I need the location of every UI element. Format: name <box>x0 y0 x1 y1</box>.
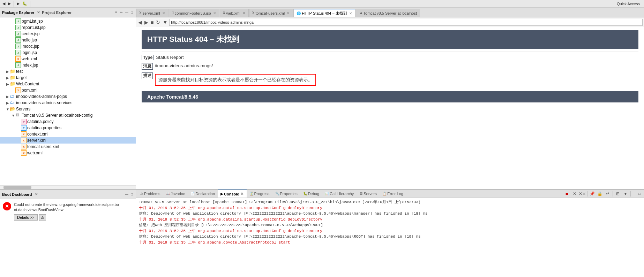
tab-tomcat-users[interactable]: X tomcat-users.xml ✕ <box>249 9 293 17</box>
tree-label: context.xml <box>27 132 48 137</box>
tab-servers[interactable]: 🖥 Servers <box>357 190 380 198</box>
tree-item-servers[interactable]: ▼ 📂 Servers <box>0 106 136 112</box>
tree-item-tomcat-config[interactable]: ▼ 🖥 Tomcat v8.5 Server at localhost-conf… <box>0 112 136 118</box>
open-console-btn[interactable]: ⊞ <box>614 190 621 197</box>
tab-call-hierarchy[interactable]: 📊 Call Hierarchy <box>322 190 357 198</box>
tree-item-bgmList[interactable]: J bgmList.jsp <box>0 18 136 24</box>
tree-horizontal-scrollbar[interactable] <box>0 185 136 189</box>
boot-error-icon-btn[interactable]: ⚠ <box>39 214 46 221</box>
close-server-xml-tab[interactable]: ✕ <box>162 11 165 15</box>
close-tomcat-users-tab[interactable]: ✕ <box>286 11 290 15</box>
tab-properties[interactable]: 🔧 Properties <box>272 190 300 198</box>
close-console-tab[interactable]: ✕ <box>240 192 244 196</box>
tab-common-footer[interactable]: J commonFooterJS.jsp ✕ <box>169 9 219 17</box>
nav-forward-btn[interactable]: ▶ <box>144 20 149 25</box>
project-icon: 🗂 <box>10 100 15 106</box>
tab-progress[interactable]: ⏳ Progress <box>247 190 272 198</box>
minimize-console-btn[interactable]: — <box>632 191 637 196</box>
remove-all-btn[interactable]: ✕✕ <box>579 190 586 197</box>
tree-item-imooc[interactable]: J imooc.jsp <box>0 43 136 49</box>
tree-item-index[interactable]: J index.jsp <box>0 62 136 68</box>
minimize-panel-btn[interactable]: — <box>124 10 129 15</box>
tab-problems[interactable]: ⚠ Problems <box>137 190 163 198</box>
tab-declaration[interactable]: 📄 Declaration <box>188 190 218 198</box>
project-icon: 🗂 <box>10 94 15 99</box>
close-web-xml-tab[interactable]: ✕ <box>242 11 246 15</box>
tab-package-explorer[interactable]: Package Explorer <box>2 10 34 15</box>
boot-error-content: Could not create the view: org.springfra… <box>14 202 133 221</box>
tree-item-test[interactable]: ▶ 📁 test <box>0 68 136 75</box>
http-message-value: /imooc-videos-admins-mngs/ <box>155 63 213 68</box>
tab-project-explorer[interactable]: Project Explorer <box>42 10 72 15</box>
tree-item-imooc-pojos[interactable]: ▶ 🗂 imooc-videos-admins-pojos <box>0 93 136 100</box>
scroll-lock-btn[interactable]: 🔒 <box>597 190 604 197</box>
tree-item-imooc-services[interactable]: ▶ 🗂 imooc-videos-admins-services <box>0 100 136 106</box>
tab-javadoc[interactable]: 📖 Javadoc <box>163 190 188 198</box>
close-footer-tab[interactable]: ✕ <box>213 11 216 15</box>
tab-label: Javadoc <box>171 192 185 196</box>
tree-item-catalina-properties[interactable]: P catalina.properties <box>0 125 136 131</box>
nav-stop-btn[interactable]: ■ <box>150 20 154 25</box>
tree-item-login[interactable]: J login.jsp <box>0 49 136 56</box>
nav-dropdown-btn[interactable]: ▼ <box>162 20 168 25</box>
problems-icon: ⚠ <box>140 192 143 195</box>
tree-item-web-xml2[interactable]: X web.xml <box>0 150 136 156</box>
tab-server-xml[interactable]: X server.xml ✕ <box>136 9 169 17</box>
collapse-all-btn[interactable]: ≡ <box>114 10 118 15</box>
scroll-thumb[interactable] <box>3 186 31 189</box>
console-view-menu-btn[interactable]: ▼ <box>622 190 629 197</box>
tab-label: commonFooterJS.jsp <box>175 11 211 15</box>
tab-http-404[interactable]: 🌐 HTTP Status 404 – 未找到 ✕ <box>293 9 355 17</box>
toolbar-forward-btn[interactable]: ▶ <box>7 1 12 6</box>
tab-label: Problems <box>144 192 160 196</box>
tab-tomcat-server[interactable]: 🖥 Tomcat v8.5 Server at localhost <box>356 9 420 17</box>
tab-error-log[interactable]: 📋 Error Log <box>380 190 406 198</box>
tab-web-xml[interactable]: X web.xml ✕ <box>220 9 249 17</box>
tree-item-pom[interactable]: X pom.xml <box>0 87 136 93</box>
tree-item-hello[interactable]: J hello.jsp <box>0 37 136 43</box>
close-http-404-tab[interactable]: ✕ <box>349 11 352 15</box>
tree-item-webcontent[interactable]: ▶ 📁 WebContent <box>0 81 136 87</box>
tree-item-server-xml[interactable]: X server.xml <box>0 137 136 144</box>
properties-icon: P <box>21 125 27 131</box>
boot-dashboard-title: Boot Dashboard <box>2 192 32 197</box>
xml-icon: X <box>15 56 21 62</box>
remove-btn[interactable]: ✕ <box>571 190 578 197</box>
close-package-explorer[interactable]: ✕ <box>37 10 40 14</box>
minimize-boot-btn[interactable]: — <box>124 192 129 197</box>
tree-label: center.jsp <box>22 31 39 36</box>
tree-item-reportList[interactable]: J reportList.jsp <box>0 24 136 31</box>
tab-console[interactable]: ▶ Console ✕ <box>218 190 246 198</box>
http-description-row: 描述 源服务器未能找到目标资源的表示或者是不愿公开一个已经存在的资源表示。 <box>142 71 638 89</box>
panel-header-actions: ≡ ⇔ — □ <box>114 10 134 15</box>
toolbar-run-btn[interactable]: ▶ <box>16 1 21 6</box>
tree-item-catalina-policy[interactable]: P catalina.policy <box>0 118 136 125</box>
nav-refresh-btn[interactable]: ↻ <box>155 20 161 25</box>
maximize-console-btn[interactable]: □ <box>638 191 641 196</box>
maximize-panel-btn[interactable]: □ <box>130 10 134 15</box>
tree-item-center[interactable]: J center.jsp <box>0 31 136 37</box>
word-wrap-btn[interactable]: ↵ <box>604 190 611 197</box>
link-editor-btn[interactable]: ⇔ <box>119 10 123 15</box>
close-boot-dashboard[interactable]: ✕ <box>35 192 38 196</box>
tree-label: web.xml <box>27 151 43 155</box>
tree-item-target[interactable]: ▶ 📁 target <box>0 75 136 81</box>
quick-access[interactable]: Quick Access <box>617 2 643 6</box>
boot-error-icon: ✕ <box>3 202 11 210</box>
toolbar-back-btn[interactable]: ◀ <box>1 1 6 6</box>
tree-item-web-xml[interactable]: X web.xml <box>0 56 136 62</box>
console-line-2: 十月 01, 2019 8:52:35 上午 org.apache.catali… <box>139 217 641 223</box>
tree-item-context-xml[interactable]: X context.xml <box>0 131 136 137</box>
boot-details-button[interactable]: Details >> <box>14 214 38 221</box>
tree-view[interactable]: J bgmList.jsp J reportList.jsp J <box>0 17 136 185</box>
toolbar-debug-btn[interactable]: 🐛 <box>21 1 28 6</box>
boot-error-text: Could not create the view: org.springfra… <box>14 202 133 213</box>
nav-back-btn[interactable]: ◀ <box>137 20 143 25</box>
pin-btn[interactable]: 📌 <box>589 190 596 197</box>
tree-item-tomcat-users[interactable]: X tomcat-users.xml <box>0 144 136 150</box>
maximize-boot-btn[interactable]: □ <box>130 192 134 197</box>
address-bar-input[interactable] <box>169 19 643 26</box>
terminate-btn[interactable]: ■ <box>563 190 570 197</box>
tab-debug[interactable]: 🐛 Debug <box>300 190 322 198</box>
jsp-icon: J <box>15 18 21 24</box>
